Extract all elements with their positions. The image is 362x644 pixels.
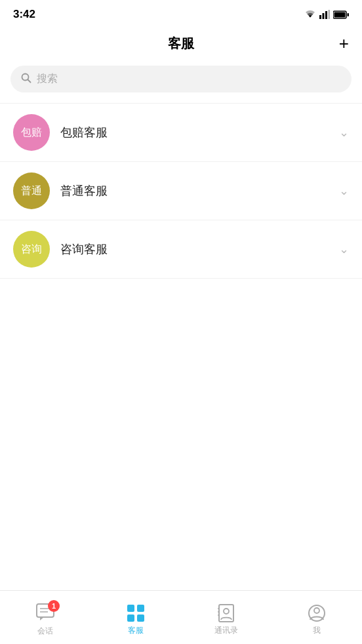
avatar-zixun: 咨询 [13,231,50,268]
nav-item-kefu[interactable]: 客服 [90,599,181,636]
avatar-putong: 普通 [13,172,50,209]
search-icon [21,73,31,86]
svg-rect-2 [325,11,327,19]
svg-point-22 [314,608,319,613]
search-container: 搜索 [0,60,362,103]
chevron-icon-baopei: ⌄ [339,125,349,140]
nav-item-huihua[interactable]: 1 会话 [0,598,90,637]
svg-rect-14 [127,614,134,622]
wifi-icon [304,10,316,19]
page-header: 客服 + [0,26,362,60]
page-title: 客服 [168,35,194,52]
profile-icon [308,604,326,622]
avatar-baopei: 包赔 [13,114,50,151]
contacts-icon [217,604,235,622]
label-baopei: 包赔客服 [60,125,339,140]
signal-icon [319,10,330,19]
svg-line-8 [28,79,31,82]
bottom-nav: 1 会话 客服 通讯录 我 [0,590,362,644]
nav-label-kefu: 客服 [128,625,144,636]
svg-rect-1 [323,13,325,19]
nav-item-wo[interactable]: 我 [272,599,362,636]
svg-rect-3 [329,10,331,19]
svg-rect-5 [348,13,350,16]
svg-point-17 [224,609,229,614]
chevron-icon-zixun: ⌄ [339,242,349,256]
svg-rect-12 [127,605,134,612]
status-icons [304,10,349,19]
nav-item-tongxunlu[interactable]: 通讯录 [181,599,272,636]
service-list: 包赔 包赔客服 ⌄ 普通 普通客服 ⌄ 咨询 咨询客服 ⌄ [0,103,362,279]
list-item-baopei[interactable]: 包赔 包赔客服 ⌄ [0,103,362,162]
grid-icon [127,604,145,622]
list-item-zixun[interactable]: 咨询 咨询客服 ⌄ [0,220,362,279]
svg-rect-15 [137,614,144,622]
label-zixun: 咨询客服 [60,241,339,257]
nav-label-wo: 我 [313,625,321,636]
badge-huihua: 1 [48,600,60,612]
list-item-putong[interactable]: 普通 普通客服 ⌄ [0,162,362,220]
search-placeholder: 搜索 [37,72,58,86]
search-bar[interactable]: 搜索 [10,66,352,92]
status-time: 3:42 [13,8,35,21]
battery-icon [333,10,349,19]
nav-label-tongxunlu: 通讯录 [214,625,238,636]
svg-rect-6 [334,12,346,17]
status-bar: 3:42 [0,0,362,26]
svg-rect-0 [319,15,321,19]
add-button[interactable]: + [339,33,349,54]
label-putong: 普通客服 [60,183,339,199]
chevron-icon-putong: ⌄ [339,184,349,198]
nav-label-huihua: 会话 [37,626,53,637]
svg-rect-13 [137,605,144,612]
badge-wrap-huihua: 1 [36,603,54,623]
